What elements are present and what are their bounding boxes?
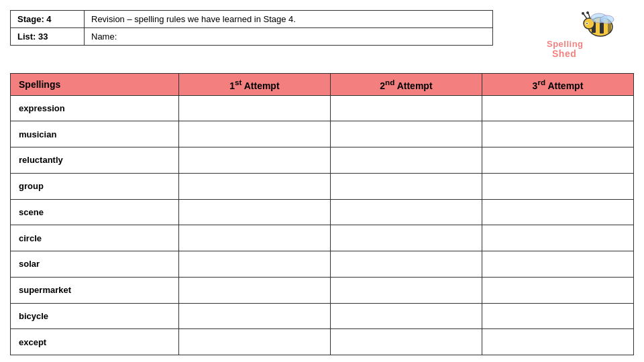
attempt-1-cell	[178, 277, 330, 303]
attempt-3-cell	[482, 173, 633, 199]
attempt-3-cell	[482, 251, 633, 278]
table-row: group	[11, 173, 634, 199]
attempt-3-cell	[482, 303, 633, 329]
table-row: except	[11, 329, 634, 355]
word-cell: group	[11, 173, 179, 199]
table-row: reluctantly	[11, 147, 634, 174]
attempt-2-cell	[330, 277, 482, 303]
col-attempt3-header: 3rd Attempt	[482, 74, 633, 96]
logo-area: Spelling Shed	[527, 10, 634, 64]
attempt-3-cell	[482, 329, 633, 355]
attempt-1-cell	[178, 199, 330, 225]
table-row: expression	[11, 95, 634, 121]
spelling-table: Spellings 1st Attempt 2nd Attempt 3rd At…	[10, 73, 634, 355]
svg-point-7	[582, 12, 584, 15]
col-spellings-header: Spellings	[11, 74, 179, 96]
attempt-2-cell	[330, 303, 482, 329]
attempt-2-cell	[330, 329, 482, 355]
word-cell: expression	[11, 95, 179, 121]
word-cell: supermarket	[11, 277, 179, 303]
word-cell: scene	[11, 199, 179, 225]
word-cell: musician	[11, 121, 179, 147]
svg-point-9	[586, 11, 589, 14]
word-cell: solar	[11, 251, 179, 278]
table-row: scene	[11, 199, 634, 225]
spelling-shed-logo: Spelling Shed	[540, 10, 627, 64]
col-attempt1-header: 1st Attempt	[178, 74, 330, 96]
table-header-row: Spellings 1st Attempt 2nd Attempt 3rd At…	[11, 74, 634, 96]
attempt-2-cell	[330, 251, 482, 278]
stage-label: Stage: 4	[11, 11, 85, 27]
col-attempt2-header: 2nd Attempt	[330, 74, 482, 96]
table-row: supermarket	[11, 277, 634, 303]
word-cell: except	[11, 329, 179, 355]
attempt-2-cell	[330, 225, 482, 251]
attempt-3-cell	[482, 121, 633, 147]
attempt-3-cell	[482, 225, 633, 251]
attempt-2-cell	[330, 121, 482, 147]
attempt-1-cell	[178, 121, 330, 147]
word-cell: reluctantly	[11, 147, 179, 174]
header-info: Stage: 4 Revision – spelling rules we ha…	[10, 10, 493, 46]
page: Stage: 4 Revision – spelling rules we ha…	[0, 0, 644, 362]
table-row: bicycle	[11, 303, 634, 329]
attempt-1-cell	[178, 225, 330, 251]
stage-row: Stage: 4 Revision – spelling rules we ha…	[11, 11, 492, 28]
svg-text:Shed: Shed	[552, 48, 576, 59]
attempt-2-cell	[330, 199, 482, 225]
table-row: musician	[11, 121, 634, 147]
word-cell: bicycle	[11, 303, 179, 329]
table-row: circle	[11, 225, 634, 251]
attempt-3-cell	[482, 277, 633, 303]
attempt-1-cell	[178, 303, 330, 329]
attempt-2-cell	[330, 95, 482, 121]
attempt-3-cell	[482, 199, 633, 225]
svg-point-11	[600, 15, 614, 23]
attempt-2-cell	[330, 173, 482, 199]
header: Stage: 4 Revision – spelling rules we ha…	[10, 10, 634, 64]
attempt-1-cell	[178, 173, 330, 199]
svg-line-6	[584, 14, 587, 19]
attempt-1-cell	[178, 95, 330, 121]
list-label: List: 33	[11, 28, 85, 45]
attempt-1-cell	[178, 147, 330, 174]
word-cell: circle	[11, 225, 179, 251]
svg-point-13	[586, 23, 588, 24]
stage-value: Revision – spelling rules we have learne…	[85, 11, 492, 27]
attempt-1-cell	[178, 251, 330, 278]
table-row: solar	[11, 251, 634, 278]
svg-text:Spelling: Spelling	[547, 39, 584, 49]
list-row: List: 33 Name:	[11, 28, 492, 45]
attempt-3-cell	[482, 147, 633, 174]
attempt-1-cell	[178, 329, 330, 355]
name-label: Name:	[85, 28, 492, 45]
attempt-3-cell	[482, 95, 633, 121]
attempt-2-cell	[330, 147, 482, 174]
